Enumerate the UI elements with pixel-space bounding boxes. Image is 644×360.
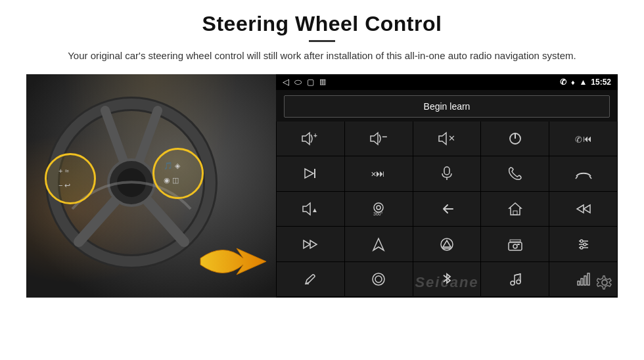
rewind-icon xyxy=(576,202,591,215)
write-icon xyxy=(303,272,317,286)
svg-marker-12 xyxy=(302,133,310,145)
svg-marker-41 xyxy=(373,238,384,250)
svg-marker-22 xyxy=(305,169,313,178)
svg-marker-14 xyxy=(371,133,378,145)
svg-text:✕: ✕ xyxy=(448,133,455,143)
mic-button[interactable] xyxy=(413,156,481,191)
vol-down-icon: − xyxy=(369,131,388,146)
home-button[interactable] xyxy=(481,192,549,227)
mute-button[interactable]: ✕ xyxy=(413,122,481,156)
vol-down-button[interactable]: − xyxy=(345,122,413,156)
svg-marker-16 xyxy=(439,133,446,145)
mute-icon: ✕ xyxy=(438,131,456,146)
svg-text:360°: 360° xyxy=(373,212,383,216)
fast-forward-button[interactable] xyxy=(277,227,344,261)
svg-point-32 xyxy=(374,203,383,212)
navigate-icon xyxy=(372,237,385,252)
title-divider xyxy=(309,40,335,42)
svg-point-59 xyxy=(517,280,520,284)
svg-rect-64 xyxy=(584,276,586,285)
svg-marker-43 xyxy=(443,240,451,247)
back-nav-icon xyxy=(440,202,454,215)
power-button[interactable] xyxy=(481,122,549,156)
mic-icon xyxy=(440,166,453,181)
steering-wheel-image: + ≈ − ↩ 🎵 ◈ ◉ ◫ xyxy=(26,74,276,298)
svg-marker-38 xyxy=(584,205,590,213)
radio-button[interactable] xyxy=(481,227,549,261)
svg-marker-30 xyxy=(303,203,310,215)
svg-point-54 xyxy=(580,246,583,249)
status-bar-right: ✆ ⬧ ▲ 15:52 xyxy=(560,78,611,87)
svg-rect-36 xyxy=(513,211,517,215)
bluetooth-icon xyxy=(440,271,453,287)
write-button[interactable] xyxy=(277,262,344,297)
svg-marker-35 xyxy=(509,203,521,215)
begin-learn-row: Begin learn xyxy=(276,90,618,122)
skip-seek-button[interactable]: ✕ ⏭ xyxy=(345,156,413,191)
svg-text:🎵  ◈: 🎵 ◈ xyxy=(164,161,181,170)
skip-next-icon xyxy=(303,166,317,181)
svg-point-50 xyxy=(580,240,583,242)
signal-bars-icon xyxy=(576,272,591,286)
end-call-icon xyxy=(575,167,592,180)
svg-text:−  ↩: − ↩ xyxy=(58,181,70,189)
svg-text:◉  ◫: ◉ ◫ xyxy=(164,176,179,184)
svg-marker-40 xyxy=(310,240,317,248)
svg-rect-47 xyxy=(510,240,520,242)
gear-settings-button[interactable] xyxy=(597,275,612,294)
page-subtitle: Your original car's steering wheel contr… xyxy=(68,49,576,64)
left-buttons-svg: + ≈ − ↩ xyxy=(47,155,98,206)
status-bar-left: ◁ ⬭ ▢ ▥ xyxy=(283,77,326,87)
svg-point-57 xyxy=(375,276,382,282)
svg-rect-63 xyxy=(581,279,583,285)
svg-rect-48 xyxy=(517,244,520,245)
gear-icon xyxy=(597,275,612,290)
camera-360-button[interactable]: 360° xyxy=(345,192,413,227)
vol-up-button[interactable]: + xyxy=(277,122,344,156)
eject-button[interactable] xyxy=(413,227,481,261)
svg-point-46 xyxy=(513,244,517,248)
svg-text:⏮: ⏮ xyxy=(583,133,592,144)
arrow-icon xyxy=(197,235,269,288)
speaker-button[interactable]: ▲▲ xyxy=(277,192,344,227)
camera-360-icon: 360° xyxy=(369,201,388,217)
power-icon xyxy=(508,131,522,146)
status-bar: ◁ ⬭ ▢ ▥ ✆ ⬧ ▲ 15:52 xyxy=(276,74,618,90)
svg-marker-39 xyxy=(304,240,310,248)
control-grid: + − ✕ xyxy=(276,122,618,298)
rewind-button[interactable] xyxy=(549,192,617,227)
recent-apps-icon: ▢ xyxy=(307,78,314,87)
location-icon: ⬧ xyxy=(570,78,575,87)
svg-text:▲▲: ▲▲ xyxy=(311,206,319,214)
eq-settings-button[interactable] xyxy=(549,227,617,261)
skip-next-button[interactable] xyxy=(277,156,344,191)
speaker-icon: ▲▲ xyxy=(302,202,319,216)
eq-settings-icon xyxy=(576,237,591,252)
svg-marker-37 xyxy=(577,205,584,213)
call-icon xyxy=(508,166,522,181)
svg-point-56 xyxy=(373,273,384,285)
svg-text:⏭: ⏭ xyxy=(376,168,385,179)
svg-point-52 xyxy=(584,243,586,246)
svg-rect-65 xyxy=(587,273,589,285)
right-buttons-svg: 🎵 ◈ ◉ ◫ xyxy=(154,150,206,201)
wifi-icon: ▲ xyxy=(579,78,587,87)
bluetooth-button[interactable] xyxy=(413,262,481,297)
battery-icon: ▥ xyxy=(319,78,326,86)
record-button[interactable] xyxy=(345,262,413,297)
home-icon xyxy=(508,202,522,216)
eject-icon xyxy=(440,237,454,252)
content-row: + ≈ − ↩ 🎵 ◈ ◉ ◫ xyxy=(26,74,618,298)
back-button[interactable] xyxy=(413,192,481,227)
svg-point-58 xyxy=(511,281,515,285)
navigate-button[interactable] xyxy=(345,227,413,261)
prev-call-button[interactable]: ✆ ⏮ xyxy=(549,122,617,156)
time-display: 15:52 xyxy=(591,78,611,87)
left-button-highlight: + ≈ − ↩ xyxy=(45,153,96,204)
call-button[interactable] xyxy=(481,156,549,191)
end-call-button[interactable] xyxy=(549,156,617,191)
music-button[interactable]: ♩ xyxy=(481,262,549,297)
phone-status-icon: ✆ xyxy=(560,78,566,87)
begin-learn-button[interactable]: Begin learn xyxy=(284,95,610,118)
svg-point-33 xyxy=(377,206,380,210)
